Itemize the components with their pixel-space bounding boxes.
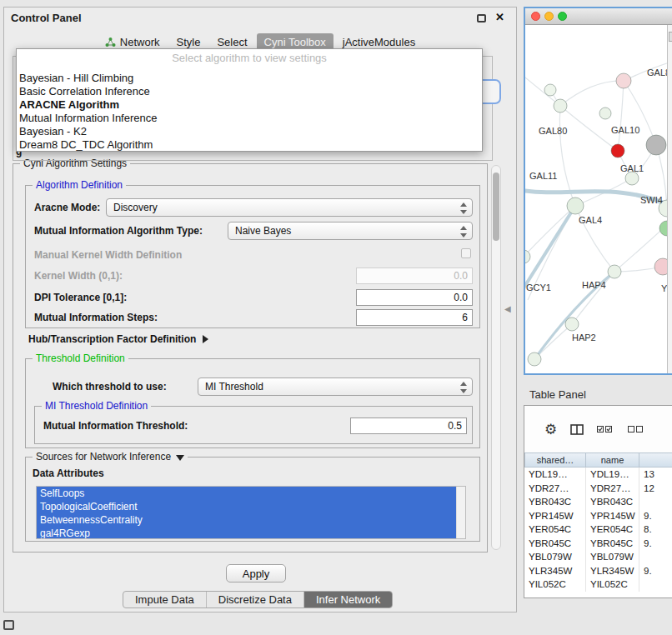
dropdown-item-basic-correlation[interactable]: Basic Correlation Inference bbox=[17, 85, 482, 98]
cell: YER054C bbox=[586, 522, 639, 537]
table-row[interactable]: YDL19…YDL19…13 bbox=[524, 468, 672, 482]
float-panel-icon[interactable] bbox=[477, 14, 486, 22]
cyni-algorithm-settings-group: Cyni Algorithm Settings Algorithm Defini… bbox=[13, 163, 488, 552]
cell: YPR145W bbox=[586, 509, 639, 523]
network-canvas[interactable]: GAL80 GAL10 GAL11 GAL1 SWI4 GAL4 GCY1 HA… bbox=[525, 25, 667, 373]
node-label-gcy1: GCY1 bbox=[526, 282, 551, 292]
column-header-clipped[interactable] bbox=[639, 452, 672, 468]
cell: YBL079W bbox=[586, 550, 639, 564]
dpi-tolerance-label: DPI Tolerance [0,1]: bbox=[34, 292, 127, 303]
settings-scrollbar[interactable] bbox=[491, 165, 501, 550]
node-label-gal8-clipped: GAL8 bbox=[647, 68, 667, 78]
apply-button[interactable]: Apply bbox=[226, 564, 286, 582]
tab-infer-network[interactable]: Infer Network bbox=[304, 592, 392, 608]
dpi-tolerance-input[interactable] bbox=[356, 289, 473, 306]
attributes-list-scrollbar[interactable] bbox=[456, 487, 465, 538]
table-row[interactable]: YBL079WYBL079W bbox=[524, 550, 672, 564]
deselect-all-checkboxes-icon[interactable] bbox=[628, 425, 645, 433]
cell: YER054C bbox=[524, 522, 586, 537]
aracne-mode-select[interactable]: Discovery bbox=[106, 198, 473, 217]
table-row[interactable]: YDR27…YDR27…12 bbox=[524, 482, 672, 496]
mi-type-value: Naive Bayes bbox=[235, 225, 291, 237]
cell: YBR045C bbox=[586, 537, 639, 551]
aracne-mode-value: Discovery bbox=[113, 202, 158, 213]
scrollbar-thumb[interactable] bbox=[493, 172, 499, 241]
attribute-item-betweennesscentrality[interactable]: BetweennessCentrality bbox=[37, 513, 456, 527]
network-scrollbar[interactable] bbox=[667, 25, 672, 373]
network-node-green[interactable] bbox=[659, 221, 667, 236]
network-node[interactable] bbox=[565, 318, 579, 331]
cell: YDR27… bbox=[586, 482, 639, 496]
close-traffic-light-icon[interactable] bbox=[531, 12, 540, 21]
which-threshold-value: MI Threshold bbox=[205, 381, 263, 392]
sources-group-title[interactable]: Sources for Network Inference bbox=[33, 451, 188, 462]
column-header-shared-name[interactable]: shared… bbox=[524, 452, 586, 468]
table-row[interactable]: YER054CYER054C8. bbox=[524, 522, 672, 537]
attribute-item-selfloops[interactable]: SelfLoops bbox=[37, 487, 456, 500]
mi-steps-label: Mutual Information Steps: bbox=[34, 312, 158, 323]
attribute-item-gal4rgexp[interactable]: gal4RGexp bbox=[37, 527, 456, 539]
control-panel-title: Control Panel bbox=[11, 12, 82, 24]
network-node[interactable] bbox=[567, 198, 584, 214]
network-node-pink[interactable] bbox=[654, 258, 667, 275]
network-node[interactable] bbox=[616, 73, 631, 88]
mi-threshold-label: Mutual Information Threshold: bbox=[43, 420, 188, 432]
network-view-window: GAL80 GAL10 GAL11 GAL1 SWI4 GAL4 GCY1 HA… bbox=[524, 7, 672, 375]
hub-definition-expander[interactable]: Hub/Transcription Factor Definition bbox=[28, 333, 208, 345]
zoom-traffic-light-icon[interactable] bbox=[558, 12, 567, 21]
scrollbar-button[interactable] bbox=[669, 32, 672, 42]
network-node[interactable] bbox=[528, 352, 541, 366]
mi-steps-input[interactable] bbox=[356, 309, 473, 326]
cell: YDL19… bbox=[586, 468, 639, 482]
tab-discretize-data[interactable]: Discretize Data bbox=[207, 592, 304, 608]
close-icon[interactable]: ✕ bbox=[495, 11, 504, 23]
columns-icon[interactable] bbox=[570, 424, 584, 435]
network-node[interactable] bbox=[554, 99, 567, 112]
stepper-icon bbox=[460, 202, 468, 214]
network-node[interactable] bbox=[525, 250, 530, 263]
cell: YBR045C bbox=[524, 537, 586, 551]
threshold-definition-group: Threshold Definition Which threshold to … bbox=[25, 358, 480, 448]
network-window-titlebar[interactable] bbox=[525, 8, 672, 25]
mi-threshold-group: MI Threshold Definition Mutual Informati… bbox=[34, 406, 473, 444]
minimize-traffic-light-icon[interactable] bbox=[544, 12, 554, 21]
network-node[interactable] bbox=[625, 172, 639, 185]
minimized-panel-icon[interactable] bbox=[3, 620, 14, 630]
table-row[interactable]: YBR043CYBR043C bbox=[524, 495, 672, 509]
table-row[interactable]: YIL052CYIL052C bbox=[524, 578, 672, 592]
network-node[interactable] bbox=[599, 108, 611, 119]
network-node[interactable] bbox=[544, 84, 556, 96]
data-attributes-list[interactable]: SelfLoops TopologicalCoefficient Between… bbox=[36, 486, 466, 539]
network-node-red[interactable] bbox=[611, 144, 624, 158]
network-node-gray-hub[interactable] bbox=[646, 135, 666, 155]
table-row[interactable]: YBR045CYBR045C9. bbox=[524, 537, 672, 551]
column-header-name[interactable]: name bbox=[586, 452, 639, 468]
table-rows: YDL19…YDL19…13 YDR27…YDR27…12 YBR043CYBR… bbox=[524, 468, 672, 592]
manual-kernel-label: Manual Kernel Width Definition bbox=[34, 249, 182, 261]
dropdown-placeholder: Select algorithm to view settings bbox=[17, 52, 482, 66]
network-labels: GAL80 GAL10 GAL11 GAL1 SWI4 GAL4 GCY1 HA… bbox=[526, 68, 667, 342]
network-node[interactable] bbox=[608, 265, 621, 278]
dropdown-item-mutual-information[interactable]: Mutual Information Inference bbox=[17, 112, 482, 125]
stepper-icon bbox=[460, 382, 468, 393]
tab-impute-data[interactable]: Impute Data bbox=[123, 592, 207, 608]
manual-kernel-checkbox[interactable] bbox=[461, 248, 471, 258]
panel-collapse-arrow-icon[interactable]: ◀ bbox=[504, 304, 511, 313]
table-panel-window: ⚙ shared… name YDL19…YDL19…13 YDR27…YDR2… bbox=[524, 405, 672, 598]
gear-icon[interactable]: ⚙ bbox=[544, 422, 557, 437]
kernel-width-input[interactable] bbox=[356, 268, 473, 284]
node-label-y-clipped: Y bbox=[661, 283, 667, 293]
attribute-item-topologicalcoefficient[interactable]: TopologicalCoefficient bbox=[37, 500, 456, 513]
mi-type-select[interactable]: Naive Bayes bbox=[228, 222, 473, 240]
mi-threshold-input[interactable] bbox=[350, 418, 467, 434]
table-row[interactable]: YPR145WYPR145W9. bbox=[524, 509, 672, 523]
expand-right-icon bbox=[203, 335, 208, 343]
dropdown-item-dream8[interactable]: Dream8 DC_TDC Algorithm bbox=[17, 138, 482, 152]
dropdown-item-aracne[interactable]: ARACNE Algorithm bbox=[17, 98, 482, 112]
dropdown-item-bayesian-k2[interactable]: Bayesian - K2 bbox=[17, 125, 482, 138]
cell: YBR043C bbox=[524, 495, 586, 509]
select-all-checkboxes-icon[interactable] bbox=[597, 425, 614, 433]
table-row[interactable]: YLR345WYLR345W9. bbox=[524, 564, 672, 578]
dropdown-item-bayesian-hill-climbing[interactable]: Bayesian - Hill Climbing bbox=[17, 72, 482, 85]
which-threshold-select[interactable]: MI Threshold bbox=[198, 378, 473, 396]
